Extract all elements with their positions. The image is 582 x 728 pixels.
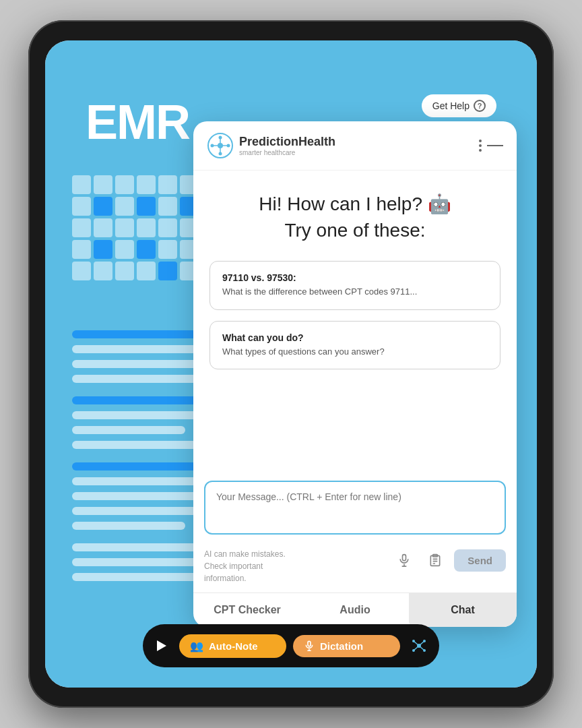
svg-rect-16 <box>308 641 311 646</box>
help-icon: ? <box>474 100 486 112</box>
dictation-button[interactable]: Dictation <box>293 635 400 657</box>
get-help-button[interactable]: Get Help ? <box>422 94 496 117</box>
chat-panel: PredictionHealth smarter healthcare <box>193 121 517 627</box>
tab-chat[interactable]: Chat <box>409 593 517 627</box>
svg-line-24 <box>414 641 419 646</box>
chat-input-area <box>193 481 517 543</box>
chat-greeting: Hi! How can I help? 🤖 Try one of these: <box>209 191 500 243</box>
chat-header: PredictionHealth smarter healthcare <box>193 121 517 171</box>
svg-rect-8 <box>403 555 406 561</box>
minimize-icon[interactable] <box>487 145 503 146</box>
svg-point-5 <box>219 152 222 156</box>
chat-tabs: CPT Checker Audio Chat <box>193 593 517 627</box>
tablet-screen: EMR Get Help ? <box>45 40 537 688</box>
bottom-toolbar: 👥 Auto-Note Dictation <box>143 624 439 667</box>
microphone-button[interactable] <box>392 548 416 572</box>
network-icon-button[interactable] <box>407 634 431 658</box>
auto-note-button[interactable]: 👥 Auto-Note <box>179 634 286 658</box>
clipboard-icon <box>428 553 442 567</box>
svg-line-27 <box>419 646 424 650</box>
suggestion-card-2[interactable]: What can you do? What types of questions… <box>209 321 500 369</box>
svg-point-7 <box>227 144 230 148</box>
microphone-icon <box>397 553 411 567</box>
header-menu <box>479 140 503 152</box>
dictation-mic-icon <box>304 640 315 651</box>
play-icon <box>157 640 166 651</box>
menu-dots-icon[interactable] <box>479 140 482 152</box>
clipboard-button[interactable] <box>423 548 447 572</box>
svg-point-6 <box>211 144 214 148</box>
network-icon <box>410 636 428 655</box>
chat-actions: AI can make mistakes.Check importantinfo… <box>193 543 517 593</box>
action-buttons: Send <box>392 548 506 572</box>
prediction-health-logo <box>207 132 234 159</box>
get-help-label: Get Help <box>432 100 470 111</box>
tab-audio[interactable]: Audio <box>301 593 409 627</box>
logo-area: PredictionHealth smarter healthcare <box>207 132 335 159</box>
logo-tagline: smarter healthcare <box>239 149 335 156</box>
chat-body: Hi! How can I help? 🤖 Try one of these: … <box>193 171 517 481</box>
auto-note-label: Auto-Note <box>209 640 257 652</box>
suggestion-card-1[interactable]: 97110 vs. 97530: What is the difference … <box>209 261 500 309</box>
dictation-label: Dictation <box>320 640 363 652</box>
logo-text-group: PredictionHealth smarter healthcare <box>239 135 335 156</box>
greeting-line1: Hi! How can I help? 🤖 <box>209 191 500 217</box>
svg-line-26 <box>414 646 419 650</box>
auto-note-icon: 👥 <box>190 640 203 653</box>
suggestion-desc-2: What types of questions can you answer? <box>222 346 488 358</box>
svg-point-4 <box>219 136 222 140</box>
message-input[interactable] <box>204 481 506 535</box>
suggestion-title-1: 97110 vs. 97530: <box>222 272 488 283</box>
greeting-line2: Try one of these: <box>209 217 500 243</box>
tab-cpt-checker[interactable]: CPT Checker <box>193 593 301 627</box>
emr-title: EMR <box>86 94 189 150</box>
tablet-frame: EMR Get Help ? <box>28 20 554 708</box>
robot-emoji: 🤖 <box>428 191 451 217</box>
suggestion-desc-1: What is the difference between CPT codes… <box>222 286 488 298</box>
ai-disclaimer: AI can make mistakes.Check importantinfo… <box>204 548 286 584</box>
suggestion-title-2: What can you do? <box>222 332 488 343</box>
logo-name: PredictionHealth <box>239 135 335 149</box>
svg-point-3 <box>218 143 223 148</box>
svg-line-25 <box>419 641 424 646</box>
play-button[interactable] <box>151 635 172 657</box>
send-button[interactable]: Send <box>454 549 506 572</box>
